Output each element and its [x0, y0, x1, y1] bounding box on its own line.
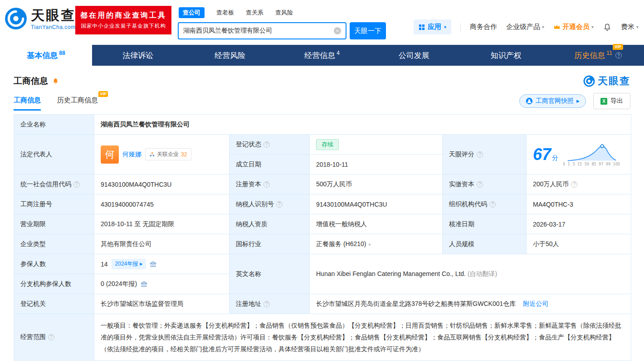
score-cell: 67分 0 1 3 15 50 85 97 99 100: [527, 135, 631, 174]
search-button[interactable]: 天眼一下: [350, 22, 386, 39]
company-type-value: 其他有限责任公司: [94, 234, 229, 254]
annual-report-tag[interactable]: 2024年报 ▶: [112, 259, 146, 269]
subtab-business-info[interactable]: 工商信息: [14, 96, 41, 111]
caret-down-icon: ▾: [542, 24, 544, 29]
tab-basic-info[interactable]: 基本信息88: [0, 45, 92, 66]
insured-compare-icon[interactable]: [150, 261, 156, 267]
table-row: 法定代表人 何 何娅娜 关联企业 32 登记状态? 存续 天眼评分? 67分: [14, 135, 631, 155]
top-menu: 应用 ▾ 商务合作 企业级产品 ▾ 开通会员 ▾ 费米 ▾: [414, 19, 639, 34]
export-button[interactable]: X 导出: [593, 93, 630, 109]
table-row: 企业类型 其他有限责任公司 国标行业 正餐服务 (H6210)▾ 人员规模 小于…: [14, 234, 631, 254]
legal-rep-name-link[interactable]: 何娅娜: [122, 150, 141, 159]
business-term-value: 2018-10-11 至 无固定期限: [94, 214, 229, 234]
table-row: 企业名称 湖南西贝凤兰餐饮管理有限公司: [14, 115, 631, 135]
section-header: 工商信息 天眼查: [0, 66, 644, 92]
nearby-companies-link[interactable]: 附近公司: [523, 300, 548, 307]
establish-date-label: 成立日期: [229, 155, 310, 174]
insured-count-value: 14 2024年报 ▶: [94, 254, 229, 274]
reg-capital-value: 500万人民币: [310, 174, 443, 194]
status-badge: 存续: [316, 139, 339, 150]
help-icon[interactable]: ?: [73, 181, 80, 188]
reg-authority-value: 长沙市望城区市场监督管理局: [94, 294, 229, 314]
watermark-logo: 天眼查: [583, 74, 630, 88]
tab-intellectual-property[interactable]: 知识产权: [460, 45, 552, 66]
tab-business-risk[interactable]: 经营风险: [184, 45, 276, 66]
apps-menu[interactable]: 应用 ▾: [414, 19, 451, 34]
search-tab-company[interactable]: 查公司: [179, 7, 205, 18]
apps-grid-icon: [419, 24, 425, 30]
legal-rep-avatar[interactable]: 何: [101, 145, 119, 164]
help-icon[interactable]: ?: [477, 151, 483, 158]
search-input[interactable]: [183, 27, 334, 34]
table-row: 工商注册号 430194000074745 纳税人识别号? 91430100MA…: [14, 194, 631, 214]
reg-authority-label: 登记机关: [14, 294, 94, 314]
english-name-label: 英文名称: [229, 254, 310, 294]
help-icon[interactable]: ?: [477, 181, 483, 188]
related-companies-tag[interactable]: 关联企业 32: [145, 148, 191, 160]
clear-search-icon[interactable]: ×: [334, 27, 341, 34]
menu-enterprise-products[interactable]: 企业级产品 ▾: [506, 23, 544, 31]
caret-down-icon: ▾: [636, 24, 639, 29]
brand-name: 天眼查: [31, 7, 76, 24]
staff-size-value: 小于50人: [527, 234, 631, 254]
tianyancha-logo[interactable]: 天眼查 TianYanCha.com: [5, 7, 76, 30]
subtab-history-business-info[interactable]: 历史工商信息 VIP: [57, 96, 98, 111]
paid-capital-value: 200万人民币?: [527, 174, 631, 194]
reg-number-label: 工商注册号: [14, 194, 94, 214]
help-icon[interactable]: ?: [263, 141, 270, 148]
brand-domain: TianYanCha.com: [31, 24, 76, 30]
score-curve-chart: 0 1 3 15 50 85 97 99 100: [563, 142, 621, 166]
caret-down-icon: ▾: [591, 24, 594, 29]
help-icon[interactable]: ?: [571, 181, 577, 188]
table-row: 登记机关 长沙市望城区市场监督管理局 注册地址? 长沙市望城区月亮岛街道金星北路…: [14, 294, 631, 314]
badge-person-icon: [526, 97, 533, 105]
approve-date-label: 核准日期: [443, 214, 527, 234]
reg-capital-label: 注册资本?: [229, 174, 310, 194]
subscribe-bell-icon[interactable]: [52, 77, 59, 85]
crown-icon: [553, 24, 561, 30]
paid-capital-label: 实缴资本?: [443, 174, 527, 194]
business-scope-label: 经营范围?: [14, 314, 94, 361]
help-icon[interactable]: ?: [615, 52, 622, 58]
taxpayer-id-label: 纳税人识别号?: [229, 194, 310, 214]
official-snapshot-button[interactable]: 工商官网快照 ▶: [519, 94, 586, 108]
top-header: 天眼查 TianYanCha.com 都在用的商业查询工具 国家中小企业发展子基…: [0, 0, 644, 45]
business-info-table: 企业名称 湖南西贝凤兰餐饮管理有限公司 法定代表人 何 何娅娜 关联企业 32 …: [14, 114, 631, 361]
company-name-label: 企业名称: [14, 115, 94, 135]
tab-legal-proceedings[interactable]: 法律诉讼: [92, 45, 184, 66]
reg-status-value: 存续: [310, 135, 443, 155]
search-tab-risk[interactable]: 查风险: [275, 9, 293, 17]
help-icon[interactable]: ?: [276, 201, 283, 208]
branch-insured-value: 0 (2024年报): [94, 274, 229, 294]
tab-history-info[interactable]: 历史信息11 VIP ?: [552, 45, 644, 66]
search-tab-relation[interactable]: 查关系: [246, 9, 263, 17]
search-tabs: 查公司 查老板 查关系 查风险: [179, 7, 386, 18]
tab-business-info[interactable]: 经营信息4: [276, 45, 368, 66]
search-tab-boss[interactable]: 查老板: [216, 9, 234, 17]
score-label: 天眼评分?: [443, 135, 527, 174]
help-icon[interactable]: ?: [263, 181, 270, 188]
table-row: 营业期限 2018-10-11 至 无固定期限 纳税人资质 增值税一般纳税人 核…: [14, 214, 631, 234]
search-area: 查公司 查老板 查关系 查风险 × 天眼一下: [178, 7, 386, 39]
org-code-value: MA4Q0THC-3: [527, 194, 631, 214]
help-icon[interactable]: ?: [263, 301, 270, 307]
user-menu[interactable]: 费米 ▾: [621, 23, 639, 31]
english-name-value: Hunan Xibei Fenglan Catering Management …: [310, 254, 631, 294]
insured-compare-icon[interactable]: [141, 281, 147, 287]
reg-address-label: 注册地址?: [229, 294, 310, 314]
tab-company-development[interactable]: 公司发展: [368, 45, 460, 66]
company-type-label: 企业类型: [14, 234, 94, 254]
approve-date-value: 2026-03-17: [527, 214, 631, 234]
notification-bell-icon[interactable]: [603, 23, 612, 32]
menu-business-cooperation[interactable]: 商务合作: [470, 23, 497, 31]
taxpayer-id-value: 91430100MA4Q0THC3U: [310, 194, 443, 214]
score-axis-labels: 0 1 3 15 50 85 97 99 100: [563, 162, 621, 166]
slogan-line1: 都在用的商业查询工具: [80, 11, 166, 20]
industry-value[interactable]: 正餐服务 (H6210)▾: [310, 234, 443, 254]
business-term-label: 营业期限: [14, 214, 94, 234]
tianyancha-logo-icon: [5, 7, 27, 30]
help-icon[interactable]: ?: [489, 201, 496, 208]
help-icon[interactable]: ?: [48, 334, 54, 340]
menu-open-vip[interactable]: 开通会员 ▾: [553, 23, 594, 31]
company-name-value: 湖南西贝凤兰餐饮管理有限公司: [94, 115, 631, 135]
